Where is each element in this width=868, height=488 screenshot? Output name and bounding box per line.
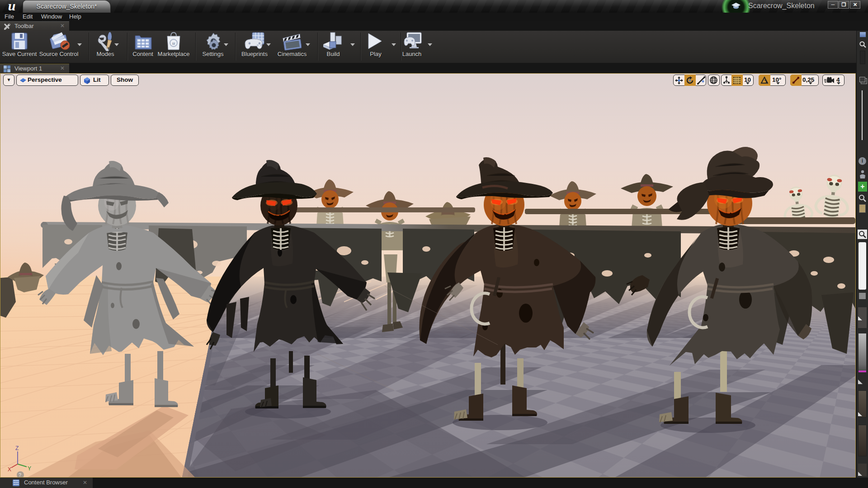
svg-text:Y: Y (28, 465, 31, 472)
svg-text:u: u (172, 40, 175, 46)
svg-text:Z: Z (15, 445, 19, 451)
svg-text:X: X (8, 466, 11, 473)
svg-text:?: ? (19, 472, 21, 477)
